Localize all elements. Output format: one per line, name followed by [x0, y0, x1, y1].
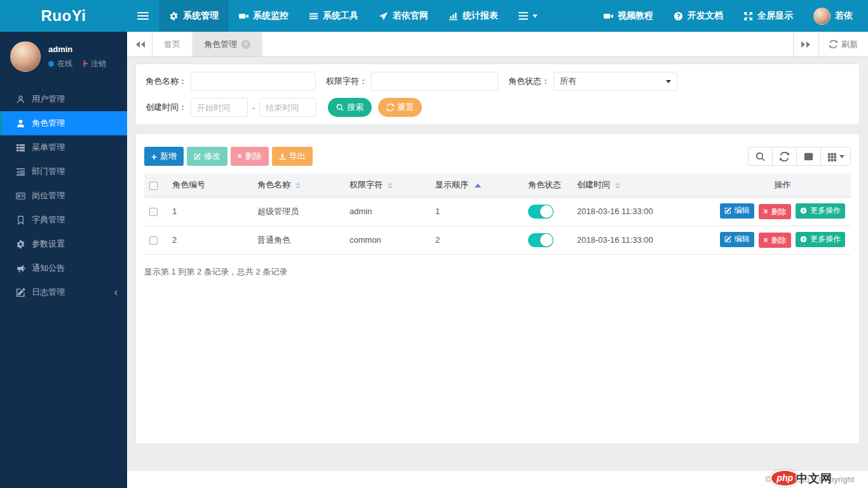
refresh-icon: [829, 40, 837, 48]
column-role-name[interactable]: 角色名称: [252, 173, 344, 197]
user-icon: [16, 95, 25, 104]
status-toggle[interactable]: [528, 233, 553, 247]
nav-item-official-site[interactable]: 若依官网: [369, 0, 438, 32]
sidebar-item-user-manage[interactable]: 用户管理: [0, 87, 127, 111]
column-created-time[interactable]: 创建时间: [572, 173, 714, 197]
row-more-button[interactable]: 更多操作: [796, 232, 845, 247]
columns-button[interactable]: [820, 147, 851, 166]
nav-item-system-tools[interactable]: 系统工具: [299, 0, 369, 32]
logout-link[interactable]: 注销: [81, 58, 106, 69]
caret-down-icon: [839, 155, 844, 161]
sidebar-item-dept-manage[interactable]: 部门管理: [0, 159, 127, 184]
double-chevron-left-icon: [135, 41, 145, 48]
nav-item-video-tutorial[interactable]: 视频教程: [593, 0, 663, 32]
sidebar-item-label: 用户管理: [32, 93, 65, 105]
grid-columns-icon: [827, 152, 837, 161]
app-logo[interactable]: RuoYi: [0, 0, 127, 32]
tabbar: 首页 角色管理 × 刷新: [127, 32, 868, 57]
delete-button-label: 删除: [245, 151, 262, 162]
show-search-button[interactable]: [748, 147, 773, 166]
row-delete-button[interactable]: ×删除: [759, 233, 790, 248]
reset-button-label: 重置: [397, 102, 414, 113]
sidebar-item-menu-manage[interactable]: 菜单管理: [0, 135, 127, 159]
start-time-input[interactable]: [191, 98, 248, 117]
main-area: 首页 角色管理 × 刷新 角色名称： 权限字符： 角色状态：: [127, 32, 868, 488]
sidebar-user-panel: admin 在线 注销: [0, 32, 127, 81]
select-all-checkbox[interactable]: [149, 182, 158, 190]
nav-item-label: 视频教程: [618, 10, 653, 22]
cell-created-time: 2018-03-16 11:33:00: [572, 197, 714, 226]
search-button[interactable]: 搜索: [328, 98, 372, 117]
tab-refresh-button[interactable]: 刷新: [818, 32, 868, 57]
cog-icon: [16, 240, 25, 249]
nav-item-label: 系统管理: [183, 10, 219, 22]
table-row: 1 超级管理员 admin 1 2018-03-16 11:33:00 编辑 ×…: [144, 197, 851, 226]
nav-item-fullscreen[interactable]: 全屏显示: [733, 0, 803, 32]
sidebar-toggle-button[interactable]: [127, 0, 159, 32]
php-cn-watermark: php 中文网: [770, 470, 832, 487]
sidebar-item-label: 角色管理: [32, 118, 65, 129]
column-display-order[interactable]: 显示顺序: [430, 173, 523, 197]
nav-item-system-manage[interactable]: 系统管理: [159, 0, 229, 32]
row-edit-button[interactable]: 编辑: [720, 232, 754, 247]
nav-item-reports[interactable]: 统计报表: [438, 0, 508, 32]
nav-item-label: 全屏显示: [757, 10, 793, 22]
nav-item-label: 系统监控: [253, 10, 288, 22]
sidebar-item-role-manage[interactable]: 角色管理: [0, 111, 127, 135]
row-more-button[interactable]: 更多操作: [796, 203, 845, 219]
sidebar-item-param-settings[interactable]: 参数设置: [0, 232, 127, 256]
role-name-input[interactable]: [191, 72, 316, 91]
sidebar-item-post-manage[interactable]: 岗位管理: [0, 184, 127, 208]
end-time-input[interactable]: [259, 98, 316, 117]
perm-key-input[interactable]: [371, 72, 498, 91]
x-icon: ×: [763, 236, 768, 244]
watermark-php-logo: php: [770, 470, 799, 487]
refresh-icon: [780, 152, 789, 161]
nav-menu-dropdown[interactable]: [508, 0, 548, 32]
row-checkbox[interactable]: [149, 236, 158, 245]
tabs-scroll-right-button[interactable]: [793, 32, 818, 57]
edit-icon: [724, 207, 731, 214]
row-edit-button[interactable]: 编辑: [720, 203, 754, 219]
double-chevron-right-icon: [801, 41, 811, 48]
user-avatar: [813, 8, 831, 25]
row-delete-button[interactable]: ×删除: [759, 204, 790, 219]
role-status-select[interactable]: 所有: [553, 72, 677, 91]
user-avatar-large: [10, 41, 41, 72]
navbar-user-menu[interactable]: 若依: [803, 0, 863, 32]
row-checkbox[interactable]: [149, 208, 158, 216]
sidebar-item-notice[interactable]: 通知公告: [0, 256, 127, 280]
navbar-user-name: 若依: [835, 10, 853, 22]
cell-role-name: 普通角色: [252, 226, 344, 254]
download-icon: [279, 153, 286, 160]
nav-item-label: 若依官网: [393, 10, 428, 22]
sign-out-icon: [81, 60, 88, 67]
column-perm-key[interactable]: 权限字符: [344, 173, 430, 197]
nav-item-system-monitor[interactable]: 系统监控: [229, 0, 299, 32]
modify-button[interactable]: 修改: [187, 147, 227, 166]
cell-role-name: 超级管理员: [252, 197, 344, 226]
status-toggle[interactable]: [528, 205, 553, 219]
tab-home[interactable]: 首页: [153, 32, 193, 57]
refresh-table-button[interactable]: [772, 147, 797, 166]
sidebar-item-log-manage[interactable]: 日志管理 ‹: [0, 280, 127, 304]
sidebar-item-label: 部门管理: [32, 166, 65, 177]
video-monitor-icon: [239, 11, 248, 21]
tab-close-icon[interactable]: ×: [241, 40, 250, 49]
menu-bars-icon: [519, 12, 528, 20]
tab-role-manage[interactable]: 角色管理 ×: [193, 32, 262, 57]
reset-button[interactable]: 重置: [378, 98, 422, 117]
footer: © 2019 RuoYi Copyright: [127, 470, 868, 488]
export-button[interactable]: 导出: [272, 147, 313, 166]
delete-button[interactable]: × 删除: [231, 147, 269, 166]
sidebar-item-label: 参数设置: [32, 238, 65, 250]
bar-chart-icon: [449, 11, 458, 21]
add-button-label: 新增: [160, 151, 177, 162]
tabs-scroll-left-button[interactable]: [127, 32, 153, 57]
sidebar-item-dict-manage[interactable]: 字典管理: [0, 208, 127, 232]
nav-item-dev-docs[interactable]: 开发文档: [663, 0, 733, 32]
add-button[interactable]: + 新增: [144, 147, 184, 166]
table-view-button-group: [748, 147, 851, 166]
sidebar: admin 在线 注销 用户管理 角色管理 菜单管理 部门管理: [0, 32, 127, 488]
toggle-view-button[interactable]: [796, 147, 821, 166]
